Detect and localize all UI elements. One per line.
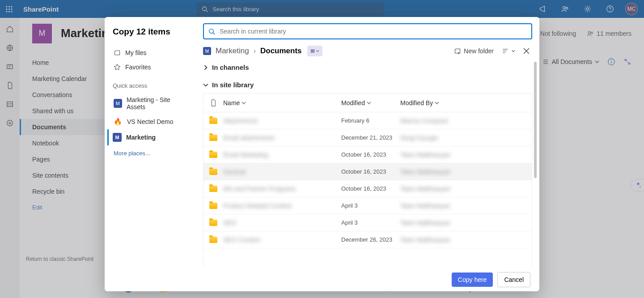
dialog-footer: Copy here Cancel — [105, 267, 539, 291]
quick-item-marketing[interactable]: MMarketing — [107, 129, 188, 145]
row-name: SEO Content — [223, 236, 260, 243]
folder-icon — [209, 220, 217, 226]
crumb-site[interactable]: Marketing — [216, 47, 249, 55]
row-modified-by: Tatev Malkhasyan — [400, 168, 450, 175]
section-in-site-library[interactable]: In site library — [203, 81, 532, 89]
dialog-nav-pane: Copy 12 items My files Favorites Quick a… — [105, 17, 196, 267]
folder-icon — [209, 152, 217, 158]
folder-row[interactable]: Email MarketingOctober 16, 2023Tatev Mal… — [203, 146, 532, 163]
row-modified: April 3 — [341, 202, 358, 209]
folder-grid: Name Modified Modified By AttachmentsFeb… — [203, 93, 532, 267]
dialog-search[interactable] — [203, 23, 532, 39]
col-modified-by[interactable]: Modified By — [400, 99, 472, 106]
folder-row[interactable]: MS and Partner ProgramsOctober 16, 2023T… — [203, 180, 532, 197]
chevron-right-icon: › — [254, 47, 256, 55]
grid-header: Name Modified Modified By — [203, 94, 532, 112]
quick-item-label: VS Nectel Demo — [127, 118, 173, 125]
new-folder-button[interactable]: New folder — [454, 47, 494, 55]
row-modified: December 26, 2023 — [341, 236, 392, 243]
row-modified-by: Tatev Malkhasyan — [400, 236, 450, 243]
row-modified: October 16, 2023 — [341, 151, 386, 158]
col-by-label: Modified By — [400, 99, 433, 106]
svg-rect-38 — [312, 49, 313, 53]
new-folder-label: New folder — [464, 47, 494, 55]
row-name: Email Marketing — [223, 151, 268, 158]
favorites-label: Favorites — [125, 64, 151, 71]
col-name[interactable]: Name — [223, 99, 341, 106]
folder-row[interactable]: SEOApril 3Tatev Malkhasyan — [203, 214, 532, 231]
dialog-search-input[interactable] — [220, 28, 527, 35]
copy-dialog: Copy 12 items My files Favorites Quick a… — [105, 17, 539, 291]
row-name: General — [223, 168, 246, 175]
folder-icon — [209, 203, 217, 209]
row-modified-by: Tatev Malkhasyan — [400, 151, 450, 158]
quick-item-marketing-site-assets[interactable]: MMarketing - Site Assets — [113, 93, 188, 114]
close-button[interactable] — [523, 48, 532, 54]
scrollbar[interactable] — [534, 62, 537, 178]
sort-options-button[interactable] — [502, 47, 515, 55]
svg-line-36 — [213, 33, 215, 34]
folder-icon — [209, 237, 217, 243]
dialog-title: Copy 12 items — [113, 27, 188, 37]
folder-row[interactable]: Product Related ContentApril 3Tatev Malk… — [203, 197, 532, 214]
layout-toggle[interactable] — [307, 46, 322, 56]
row-modified-by: Marina Conquest — [400, 117, 448, 124]
folder-icon — [209, 186, 217, 192]
section-in-channels[interactable]: In channels — [203, 64, 532, 71]
copy-here-button[interactable]: Copy here — [452, 272, 493, 287]
row-modified: April 3 — [341, 219, 358, 226]
svg-rect-39 — [314, 49, 314, 53]
quick-item-vs-nectel-demo[interactable]: 🔥VS Nectel Demo — [113, 114, 188, 129]
quick-access-label: Quick access — [113, 82, 188, 89]
row-name: SEO — [223, 219, 237, 226]
site-badge-icon: M — [203, 47, 211, 55]
quick-item-label: Marketing — [126, 134, 156, 141]
folder-row[interactable]: GeneralOctober 16, 2023Tatev Malkhasyan — [203, 163, 532, 180]
row-name: MS and Partner Programs — [223, 185, 296, 192]
folder-icon — [209, 135, 217, 141]
row-modified-by: Tatev Malkhasyan — [400, 185, 450, 192]
svg-point-35 — [209, 29, 213, 33]
row-modified-by: Sergi Dryugin — [400, 134, 438, 141]
row-modified: February 6 — [341, 117, 369, 124]
col-modified[interactable]: Modified — [341, 99, 400, 106]
row-modified: October 16, 2023 — [341, 185, 386, 192]
my-files-item[interactable]: My files — [113, 46, 188, 60]
folder-row[interactable]: AttachmentsFebruary 6Marina Conquest — [203, 112, 532, 129]
folder-row[interactable]: SEO ContentDecember 26, 2023Tatev Malkha… — [203, 231, 532, 248]
col-type-icon[interactable] — [203, 99, 223, 106]
col-name-label: Name — [223, 99, 240, 106]
breadcrumb: M Marketing › Documents New folder — [203, 46, 532, 56]
row-modified: October 16, 2023 — [341, 168, 386, 175]
row-modified-by: Tatev Malkhasyan — [400, 202, 450, 209]
folder-icon — [209, 169, 217, 175]
svg-rect-37 — [311, 49, 312, 53]
section-channels-label: In channels — [212, 64, 249, 71]
row-name: Email attachments — [223, 134, 275, 141]
quick-item-label: Marketing - Site Assets — [127, 96, 187, 111]
favorites-item[interactable]: Favorites — [113, 60, 188, 74]
more-places-link[interactable]: More places... — [113, 145, 188, 161]
section-site-label: In site library — [212, 81, 254, 89]
my-files-label: My files — [125, 49, 146, 56]
col-modified-label: Modified — [341, 99, 365, 106]
folder-row[interactable]: Email attachmentsDecember 21, 2023Sergi … — [203, 129, 532, 146]
row-modified-by: Tatev Malkhasyan — [400, 219, 450, 226]
cancel-button[interactable]: Cancel — [497, 272, 530, 287]
row-modified: December 21, 2023 — [341, 134, 392, 141]
crumb-library: Documents — [260, 47, 302, 55]
row-name: Attachments — [223, 117, 258, 124]
folder-icon — [209, 118, 217, 124]
row-name: Product Related Content — [223, 202, 292, 209]
dialog-content-pane: M Marketing › Documents New folder — [196, 17, 539, 267]
